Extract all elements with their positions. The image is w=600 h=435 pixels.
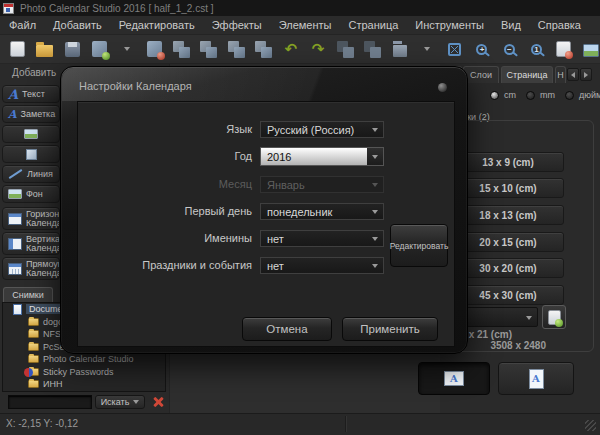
dialog-close-orb[interactable] xyxy=(438,83,447,92)
folder-icon xyxy=(28,355,39,363)
calendar-settings-dialog: Настройки Календаря Язык Русский (Россия… xyxy=(60,66,468,354)
add-custom-size-button[interactable] xyxy=(542,305,566,329)
zoom-100-icon[interactable]: 1 xyxy=(528,39,545,59)
tree-item[interactable]: Photo Calendar Studio xyxy=(3,353,165,366)
zoom-out-icon[interactable]: − xyxy=(501,39,518,59)
delete-page-icon[interactable] xyxy=(146,39,163,59)
size-preset-button[interactable]: 13 x 9 (cm) xyxy=(452,152,564,172)
new-document-icon[interactable] xyxy=(9,39,26,59)
tab-layers[interactable]: Слои xyxy=(463,66,499,83)
close-search-button[interactable] xyxy=(150,395,165,409)
language-select[interactable]: Русский (Россия) xyxy=(260,121,384,138)
tool-button-text[interactable]: A Текст xyxy=(2,85,60,103)
size-preset-button[interactable]: 30 x 20 (cm) xyxy=(452,258,564,278)
tool-button-background[interactable]: Фон xyxy=(2,185,60,203)
menu-item-edit[interactable]: Редактировать xyxy=(119,19,195,31)
search-input[interactable] xyxy=(8,395,92,409)
image-icon xyxy=(24,129,38,139)
menu-item-file[interactable]: Файл xyxy=(9,19,36,31)
month-label: Месяц xyxy=(92,176,252,193)
folder-icon xyxy=(28,330,39,338)
menu-item-tools[interactable]: Инструменты xyxy=(415,19,484,31)
tool-button-line[interactable]: Линия xyxy=(2,165,60,183)
arrow-left-icon xyxy=(571,72,575,78)
menu-item-add[interactable]: Добавить xyxy=(53,19,102,31)
tool-button-vertical-calendar[interactable]: Вертикал.Календарь xyxy=(2,232,60,255)
radio-cm[interactable] xyxy=(490,91,499,100)
tree-item[interactable]: ИНН xyxy=(3,378,165,391)
undo-icon[interactable]: ↶ xyxy=(282,39,299,59)
tab-page[interactable]: Страница xyxy=(501,66,553,83)
tool-button-horizontal-calendar[interactable]: Горизонт.Календарь xyxy=(2,207,60,230)
folder-icon xyxy=(28,380,39,388)
chevron-down-icon xyxy=(372,237,378,241)
flip-vertical-icon[interactable] xyxy=(364,39,381,59)
cancel-button[interactable]: Отмена xyxy=(242,317,332,341)
search-row: Искать xyxy=(0,394,170,412)
menu-item-effects[interactable]: Эффекты xyxy=(212,19,262,31)
holidays-label: Праздники и события xyxy=(92,257,252,274)
export-document-icon[interactable] xyxy=(555,39,572,59)
sticky-passwords-icon xyxy=(24,368,33,377)
tree-item[interactable]: Картины xyxy=(3,391,165,393)
save-icon[interactable] xyxy=(64,39,81,59)
size-preset-button[interactable]: 45 x 30 (cm) xyxy=(452,285,564,305)
copy-page-icon[interactable] xyxy=(173,39,190,59)
radio-mm[interactable] xyxy=(526,91,535,100)
orientation-landscape-button[interactable]: A xyxy=(418,362,490,395)
tab-scroll-right[interactable] xyxy=(580,68,592,81)
line-icon xyxy=(9,169,23,179)
note-icon: A xyxy=(8,108,17,121)
orientation-portrait-button[interactable]: A xyxy=(498,362,574,395)
chevron-down-icon xyxy=(372,264,378,268)
cursor-coordinates: X: -2,15 Y: -0,12 xyxy=(6,418,78,429)
first-day-select[interactable]: понедельник xyxy=(260,203,384,220)
paste-page-icon[interactable] xyxy=(200,39,217,59)
tool-button-image[interactable] xyxy=(2,125,60,143)
tool-button-rectangle[interactable] xyxy=(2,145,60,163)
duplicate-page-icon[interactable] xyxy=(228,39,245,59)
horizontal-calendar-icon xyxy=(8,213,22,225)
holidays-select[interactable]: нет xyxy=(260,257,384,274)
size-preset-button[interactable]: 20 x 15 (cm) xyxy=(452,232,564,252)
resize-grip[interactable] xyxy=(585,420,596,431)
tool-button-rectangular-calendar[interactable]: Прямоуг.Календарь xyxy=(2,257,60,280)
size-preset-button[interactable]: 15 x 10 (cm) xyxy=(452,178,564,198)
arrange-menu-icon[interactable] xyxy=(419,39,436,59)
add-page-icon[interactable] xyxy=(91,39,108,59)
status-bar: X: -2,15 Y: -0,12 xyxy=(0,413,600,435)
open-folder-icon[interactable] xyxy=(36,39,53,59)
chevron-down-icon xyxy=(372,128,378,132)
zoom-in-icon[interactable]: + xyxy=(473,39,490,59)
year-select[interactable]: 2016 xyxy=(260,147,384,166)
redo-icon[interactable]: ↷ xyxy=(309,39,326,59)
year-select-arrow[interactable] xyxy=(367,148,383,165)
fit-page-icon[interactable] xyxy=(446,39,463,59)
arrange-icon[interactable] xyxy=(391,39,408,59)
namedays-select[interactable]: нет xyxy=(260,230,384,247)
documents-icon xyxy=(13,304,22,315)
tab-settings[interactable]: Н xyxy=(555,66,566,83)
size-preset-button[interactable]: 18 x 13 (cm) xyxy=(452,205,564,225)
flip-horizontal-icon[interactable] xyxy=(337,39,354,59)
tab-scroll-left[interactable] xyxy=(567,68,579,81)
menu-item-elements[interactable]: Элементы xyxy=(279,19,332,31)
tab-snapshots[interactable]: Снимки xyxy=(3,287,53,302)
toolbar: ↶ ↷ + − 1 xyxy=(0,35,600,64)
add-page-menu-icon[interactable] xyxy=(118,39,135,59)
clone-page-icon[interactable] xyxy=(255,39,272,59)
search-button[interactable]: Искать xyxy=(95,395,145,409)
units-selector: cm mm дюйм xyxy=(490,90,600,100)
menu-item-help[interactable]: Справка xyxy=(538,19,581,31)
year-label: Год xyxy=(92,148,252,165)
edit-button[interactable]: Редактировать xyxy=(390,224,448,267)
apply-button[interactable]: Применить xyxy=(342,317,438,341)
radio-inch[interactable] xyxy=(565,91,574,100)
export-image-icon[interactable] xyxy=(583,39,600,59)
menu-item-view[interactable]: Вид xyxy=(501,19,521,31)
rectangle-icon xyxy=(26,149,37,160)
tool-button-note[interactable]: A Заметка xyxy=(2,105,60,123)
app-icon xyxy=(3,3,14,14)
tree-item[interactable]: Sticky Passwords xyxy=(3,366,165,379)
menu-item-page[interactable]: Страница xyxy=(348,19,398,31)
